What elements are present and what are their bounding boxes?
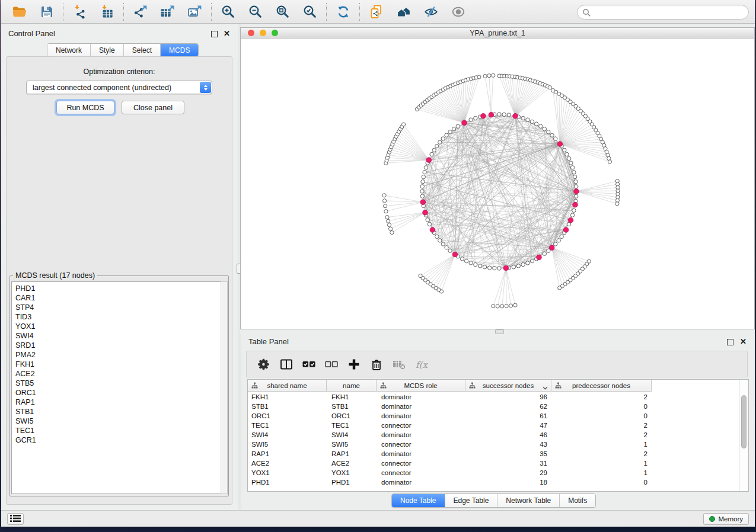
settings-gear-icon[interactable] <box>256 357 272 372</box>
horizontal-splitter-grip[interactable] <box>495 329 504 334</box>
tab-style[interactable]: Style <box>91 44 124 56</box>
table-toolbar: f(x) <box>246 351 748 377</box>
column-header-predecessor-nodes[interactable]: predecessor nodes <box>551 380 652 392</box>
delete-trash-icon[interactable] <box>369 357 384 372</box>
svg-text:f(x): f(x) <box>416 359 428 370</box>
control-panel-float-icon[interactable] <box>211 31 218 37</box>
eye-icon[interactable] <box>449 3 467 21</box>
table-row[interactable]: ACE2ACE2connector311 <box>248 459 739 468</box>
table-cell: SWI5 <box>327 440 377 449</box>
mcds-result-list[interactable]: PHD1CAR1STP4TID3YOX1SWI4SRD1PMA2FKH1ACE2… <box>11 281 221 494</box>
table-scrollbar-thumb[interactable] <box>741 395 747 448</box>
zoom-fit-icon[interactable] <box>274 3 292 21</box>
table-scrollbar-track[interactable] <box>739 380 748 491</box>
new-network-document-icon[interactable] <box>368 3 385 21</box>
mcds-result-item[interactable]: STB5 <box>15 379 221 388</box>
open-file-icon[interactable] <box>11 3 28 21</box>
control-panel-close-icon[interactable]: ✕ <box>224 29 230 38</box>
node-table-rows: FKH1FKH1dominator962STB1STB1dominator620… <box>248 392 739 491</box>
export-network-icon[interactable] <box>132 3 149 21</box>
mcds-result-item[interactable]: STB1 <box>15 407 221 416</box>
table-cell: TEC1 <box>248 421 327 430</box>
mcds-result-item[interactable]: ACE2 <box>15 369 221 379</box>
mcds-result-item[interactable]: PHD1 <box>15 284 221 293</box>
tab-network[interactable]: Network <box>47 44 91 56</box>
zoom-in-icon[interactable] <box>219 3 237 21</box>
attribute-tree-icon <box>555 382 562 389</box>
select-stepper-icon <box>200 82 211 93</box>
control-panel-header: Control Panel ✕ <box>1 24 238 41</box>
column-header-shared-name[interactable]: shared name <box>248 380 327 392</box>
tab-edge-table[interactable]: Edge Table <box>445 494 498 507</box>
toolbar-separator <box>211 3 212 21</box>
save-icon[interactable] <box>38 3 56 21</box>
horizontal-splitter[interactable] <box>240 329 755 334</box>
tab-select[interactable]: Select <box>124 44 161 56</box>
mcds-result-item[interactable]: CAR1 <box>15 293 221 303</box>
select-all-checked-icon[interactable] <box>301 357 317 372</box>
table-panel-float-icon[interactable] <box>727 339 733 345</box>
mcds-result-item[interactable]: STP4 <box>15 303 221 312</box>
tab-network-table[interactable]: Network Table <box>497 494 560 507</box>
table-cell: 0 <box>551 402 652 411</box>
tab-node-table[interactable]: Node Table <box>392 494 445 507</box>
memory-button[interactable]: Memory <box>703 513 749 525</box>
mcds-result-item[interactable]: ORC1 <box>15 388 221 398</box>
table-cell: dominator <box>377 430 465 440</box>
column-header-name[interactable]: name <box>327 380 377 392</box>
import-table-icon[interactable] <box>98 3 116 21</box>
mcds-result-item[interactable]: FKH1 <box>15 360 221 369</box>
mcds-result-item[interactable]: TEC1 <box>15 426 221 435</box>
table-row[interactable]: ORC1ORC1dominator610 <box>248 411 739 421</box>
import-network-icon[interactable] <box>71 3 89 21</box>
table-row[interactable]: PHD1PHD1dominator180 <box>248 477 739 487</box>
table-row[interactable]: FKH1FKH1dominator962 <box>248 392 739 402</box>
mcds-result-item[interactable]: TID3 <box>15 312 221 322</box>
table-row[interactable]: SWI4SWI4dominator462 <box>248 430 739 440</box>
network-canvas[interactable] <box>241 39 754 329</box>
table-cell: SWI5 <box>248 440 327 449</box>
table-cell: 1 <box>551 440 652 449</box>
tab-mcds[interactable]: MCDS <box>161 44 198 56</box>
add-plus-icon[interactable] <box>346 357 362 372</box>
mcds-result-item[interactable]: SWI5 <box>15 416 221 426</box>
mcds-result-item[interactable]: YOX1 <box>15 322 221 331</box>
column-header-MCDS-role[interactable]: MCDS role <box>377 380 465 392</box>
table-row[interactable]: RAP1RAP1dominator352 <box>248 449 739 459</box>
panel-list-button[interactable] <box>7 513 24 525</box>
mcds-result-item[interactable]: SRD1 <box>15 341 221 350</box>
zoom-selected-icon[interactable] <box>301 3 319 21</box>
control-panel-tabs: NetworkStyleSelectMCDS <box>47 43 199 57</box>
search-box[interactable] <box>577 5 749 20</box>
mcds-result-item[interactable]: PMA2 <box>15 350 221 360</box>
mcds-result-item[interactable]: GCR1 <box>15 435 221 445</box>
mcds-result-item[interactable]: RAP1 <box>15 398 221 407</box>
table-row[interactable]: TEC1TEC1connector472 <box>248 421 739 430</box>
table-row[interactable]: STB1STB1dominator620 <box>248 402 739 411</box>
table-cell: 18 <box>465 477 551 487</box>
column-header-successor-nodes[interactable]: successor nodes <box>465 380 551 392</box>
split-panel-icon[interactable] <box>279 357 294 372</box>
refresh-icon[interactable] <box>334 3 352 21</box>
export-image-icon[interactable] <box>186 3 204 21</box>
table-row[interactable]: SWI5SWI5connector431 <box>248 440 739 449</box>
criterion-select[interactable]: largest connected component (undirected) <box>26 81 212 94</box>
toolbar-separator <box>359 3 361 21</box>
network-window-titlebar[interactable]: YPA_prune.txt_1 <box>241 28 754 39</box>
deselect-all-icon[interactable] <box>324 357 339 372</box>
run-mcds-button[interactable]: Run MCDS <box>56 101 114 114</box>
result-scrollbar-track[interactable] <box>221 281 228 494</box>
network-window: YPA_prune.txt_1 <box>240 27 755 329</box>
zoom-out-icon[interactable] <box>247 3 264 21</box>
table-cell: 31 <box>465 459 551 468</box>
mcds-result-item[interactable]: SWI4 <box>15 331 221 341</box>
eye-slash-icon[interactable] <box>422 3 440 21</box>
tab-motifs[interactable]: Motifs <box>560 494 595 507</box>
network-window-title: YPA_prune.txt_1 <box>241 29 754 37</box>
table-panel-close-icon[interactable]: ✕ <box>740 337 747 346</box>
homes-icon[interactable] <box>395 3 413 21</box>
export-table-icon[interactable] <box>159 3 177 21</box>
table-row[interactable]: YOX1YOX1connector291 <box>248 468 739 477</box>
close-panel-button[interactable]: Close panel <box>122 101 184 114</box>
search-input[interactable] <box>591 7 748 18</box>
